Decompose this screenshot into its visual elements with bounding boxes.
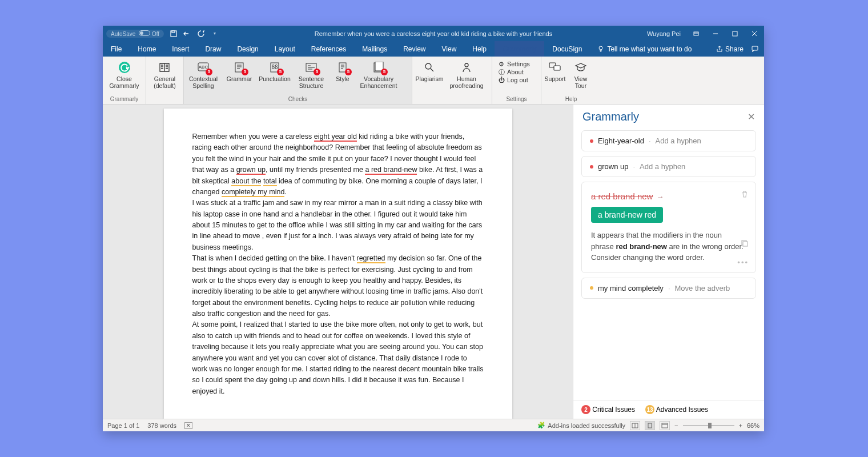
view-tour-button[interactable]: View Tour: [569, 59, 593, 90]
paragraph[interactable]: Remember when you were a careless eight …: [192, 131, 484, 198]
menu-references[interactable]: References: [303, 41, 354, 57]
arrow-icon: →: [656, 193, 664, 201]
print-layout-icon[interactable]: [645, 421, 655, 430]
warn-span[interactable]: total: [263, 177, 277, 186]
menu-home[interactable]: Home: [130, 41, 164, 57]
word-count[interactable]: 378 words: [147, 422, 176, 429]
warn-span[interactable]: about the: [231, 177, 261, 186]
grammar-icon: 5: [231, 61, 247, 74]
document-area[interactable]: Remember when you were a careless eight …: [103, 105, 573, 419]
settings-link[interactable]: ⚙Settings: [498, 60, 530, 68]
menu-mailings[interactable]: Mailings: [354, 41, 395, 57]
menu-insert[interactable]: Insert: [164, 41, 197, 57]
document-page[interactable]: Remember when you were a careless eight …: [164, 109, 512, 419]
more-icon[interactable]: •••: [737, 258, 749, 267]
menu-help[interactable]: Help: [464, 41, 495, 57]
undo-icon[interactable]: [183, 30, 191, 38]
contextual-spelling-button[interactable]: ABC5 Contextual Spelling: [184, 59, 223, 90]
suggestion-detail-card[interactable]: ••• a red brand new→ a brand-new red It …: [581, 182, 756, 273]
grammar-button[interactable]: 5 Grammar: [223, 59, 256, 83]
punctuation-button[interactable]: 665 Punctuation: [256, 59, 294, 83]
paragraph[interactable]: At some point, I realized that I started…: [192, 319, 484, 397]
advanced-issues[interactable]: 13 Advanced Issues: [645, 405, 708, 414]
menu-grammarly[interactable]: Grammarly: [495, 41, 544, 57]
panel-title: Grammarly: [582, 110, 639, 123]
read-mode-icon[interactable]: [630, 421, 640, 430]
critical-issues[interactable]: 2 Critical Issues: [581, 405, 635, 414]
user-name[interactable]: Wuyang Pei: [647, 30, 681, 37]
warn-span[interactable]: completely my mind: [222, 188, 284, 197]
svg-rect-27: [662, 423, 668, 428]
tell-me-search[interactable]: Tell me what you want to do: [590, 41, 700, 57]
autosave-toggle[interactable]: AutoSave Off: [106, 30, 164, 38]
svg-rect-22: [554, 66, 560, 70]
trash-icon[interactable]: [741, 190, 749, 200]
proofing-icon[interactable]: ✕: [184, 422, 192, 429]
plagiarism-button[interactable]: Plagiarism: [412, 59, 447, 83]
about-link[interactable]: ⓘAbout: [498, 68, 524, 76]
strike-text: a red brand new: [591, 191, 653, 201]
paragraph[interactable]: I was stuck at a traffic jam and saw in …: [192, 198, 484, 253]
comments-icon[interactable]: [752, 46, 760, 53]
group-label: Checks: [184, 96, 412, 104]
group-label: Settings: [492, 96, 541, 104]
close-grammarly-button[interactable]: Close Grammarly: [103, 59, 146, 90]
menu-design[interactable]: Design: [229, 41, 266, 57]
power-icon: ⏻: [498, 77, 505, 83]
suggestion-card[interactable]: my mind completely·Move the adverb: [581, 278, 756, 299]
paragraph[interactable]: That is when I decided getting on the bi…: [192, 253, 484, 319]
zoom-in-icon[interactable]: +: [739, 422, 742, 429]
minimize-icon[interactable]: [706, 26, 725, 41]
copy-icon[interactable]: [741, 239, 749, 249]
svg-point-7: [599, 46, 602, 50]
svg-rect-26: [648, 423, 652, 428]
magnifier-icon: [421, 61, 437, 74]
maximize-icon[interactable]: [725, 26, 745, 41]
suggestion-card[interactable]: grown up·Add a hyphen: [581, 156, 756, 177]
info-icon: ⓘ: [498, 69, 505, 75]
zoom-slider[interactable]: [683, 425, 734, 426]
menu-review[interactable]: Review: [395, 41, 433, 57]
zoom-level[interactable]: 66%: [747, 422, 760, 429]
svg-rect-5: [694, 32, 698, 35]
ribbon-display-icon[interactable]: [686, 26, 706, 41]
warn-span[interactable]: regretted: [357, 254, 385, 263]
chat-icon: [547, 61, 563, 74]
error-span[interactable]: grown up: [236, 166, 266, 175]
sentence-structure-button[interactable]: 5 Sentence Structure: [294, 59, 329, 90]
style-button[interactable]: 5 Style: [329, 59, 356, 83]
page-indicator[interactable]: Page 1 of 1: [107, 422, 139, 429]
support-button[interactable]: Support: [541, 59, 569, 83]
human-proofreading-button[interactable]: Human proofreading: [447, 59, 487, 90]
redo-icon[interactable]: [197, 30, 205, 38]
svg-rect-6: [733, 31, 737, 36]
svg-rect-24: [743, 242, 748, 246]
vocabulary-button[interactable]: 5 Vocabulary Enhancement: [356, 59, 401, 90]
logout-link[interactable]: ⏻Log out: [498, 76, 528, 84]
apply-suggestion-button[interactable]: a brand-new red: [591, 207, 663, 223]
cap-icon: [573, 61, 589, 74]
menu-draw[interactable]: Draw: [197, 41, 229, 57]
web-layout-icon[interactable]: [660, 421, 670, 430]
group-label: Help: [541, 96, 601, 104]
svg-rect-8: [752, 46, 758, 50]
general-default-button[interactable]: General (default): [146, 59, 183, 90]
share-icon: [716, 46, 723, 53]
menu-docusign[interactable]: DocuSign: [544, 41, 590, 57]
zoom-out-icon[interactable]: −: [674, 422, 678, 429]
error-span[interactable]: eight year old: [314, 133, 357, 142]
menu-file[interactable]: File: [103, 41, 130, 57]
save-icon[interactable]: [170, 30, 178, 38]
severity-dot: [590, 286, 593, 290]
share-button[interactable]: Share: [716, 45, 744, 53]
menu-layout[interactable]: Layout: [267, 41, 303, 57]
addins-status[interactable]: 🧩Add-ins loaded successfully: [537, 422, 625, 429]
style-icon: 5: [335, 61, 351, 74]
qat-dropdown-icon[interactable]: ▾: [211, 30, 219, 38]
severity-dot: [590, 165, 593, 169]
suggestion-card[interactable]: Eight-year-old·Add a hyphen: [581, 130, 756, 151]
close-icon[interactable]: [745, 26, 764, 41]
panel-close-icon[interactable]: ✕: [748, 111, 755, 122]
error-span[interactable]: a red brand-new: [365, 166, 417, 175]
menu-view[interactable]: View: [434, 41, 465, 57]
